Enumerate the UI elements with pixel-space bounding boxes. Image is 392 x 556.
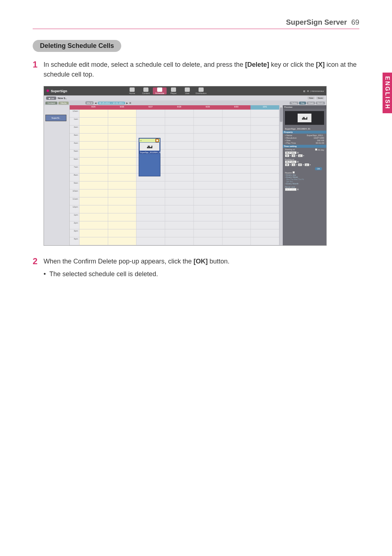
calendar-cell[interactable] xyxy=(250,118,279,125)
calendar-cell[interactable] xyxy=(136,229,165,237)
calendar-cell[interactable] xyxy=(108,221,136,229)
calendar-cell[interactable] xyxy=(165,181,193,189)
calendar-cell[interactable] xyxy=(250,197,279,205)
list-button[interactable]: ◀ List xyxy=(46,97,56,100)
calendar-cell[interactable] xyxy=(250,110,279,117)
hour-row[interactable]: 2pm xyxy=(70,221,279,229)
calendar-cell[interactable] xyxy=(250,158,279,165)
calendar-cell[interactable] xyxy=(165,173,193,181)
calendar-cell[interactable] xyxy=(108,189,136,197)
end-sec-select[interactable]: 00 xyxy=(298,163,302,166)
calendar-cell[interactable] xyxy=(250,237,279,245)
nav-home[interactable]: Home xyxy=(125,87,139,94)
hour-row[interactable]: 5am xyxy=(70,150,279,158)
start-min-select[interactable]: 00 xyxy=(291,154,296,157)
calendar-cell[interactable] xyxy=(250,173,279,181)
calendar-cell[interactable] xyxy=(108,126,136,133)
calendar-cell[interactable] xyxy=(250,126,279,133)
calendar-cell[interactable] xyxy=(108,173,136,181)
nav-content[interactable]: Content xyxy=(139,87,153,94)
calendar-cell[interactable] xyxy=(250,181,279,189)
notification-icon[interactable]: ◧ xyxy=(303,90,306,92)
calendar-cell[interactable] xyxy=(136,197,165,205)
calendar-cell[interactable] xyxy=(250,213,279,221)
calendar-cell[interactable] xyxy=(79,237,108,245)
calendar-cell[interactable] xyxy=(193,142,222,149)
calendar-picker-icon[interactable]: 🗓 xyxy=(297,152,299,154)
calendar-cell[interactable] xyxy=(250,221,279,229)
view-week[interactable]: Week xyxy=(307,102,315,105)
admin-label[interactable]: | Administrator xyxy=(310,90,324,92)
view-day[interactable]: Day xyxy=(299,102,306,105)
calendar-cell[interactable] xyxy=(222,142,251,149)
cal-col-2[interactable]: 9/27 xyxy=(136,105,165,110)
calendar-cell[interactable] xyxy=(108,197,136,205)
hour-row[interactable]: 4am xyxy=(70,142,279,150)
hour-row[interactable]: 6am xyxy=(70,158,279,165)
calendar-cell[interactable] xyxy=(136,126,165,133)
repeat-checkbox[interactable] xyxy=(293,171,295,173)
calendar-cell[interactable] xyxy=(193,173,222,181)
end-date-input[interactable]: 09-27-2011 xyxy=(285,160,297,163)
calendar-cell[interactable] xyxy=(136,221,165,229)
zoom-select[interactable]: 20x ▾ xyxy=(85,101,93,105)
calendar-scrollbar[interactable] xyxy=(279,105,283,245)
schedule-cell-header[interactable]: ≡ ▣ xyxy=(139,139,160,142)
repeat-every-month[interactable]: • Every Month xyxy=(285,183,324,185)
calendar-cell[interactable] xyxy=(222,173,251,181)
calendar-cell[interactable] xyxy=(193,126,222,133)
calendar-cell[interactable] xyxy=(165,150,193,157)
nav-distribution[interactable]: Distribution xyxy=(194,87,208,94)
calendar-cell[interactable] xyxy=(165,142,193,149)
calendar-cell[interactable] xyxy=(193,221,222,229)
schedule-cell[interactable]: ≡ ▣ ▟▙▟ SuperSign_20110924_01 xyxy=(139,138,160,176)
scrollbar-thumb[interactable] xyxy=(280,107,282,122)
calendar-cell[interactable] xyxy=(165,126,193,133)
cal-col-3[interactable]: 9/28 xyxy=(165,105,193,110)
calendar-cell[interactable] xyxy=(136,213,165,221)
nav-user[interactable]: User xyxy=(180,87,194,94)
calendar-cell[interactable] xyxy=(193,110,222,117)
calendar-cell[interactable] xyxy=(222,213,251,221)
calendar-cell[interactable] xyxy=(165,118,193,125)
start-hour-select[interactable]: 03 xyxy=(285,154,289,157)
calendar-cell[interactable] xyxy=(193,150,222,157)
calendar-cell[interactable] xyxy=(222,134,251,141)
calendar-cell[interactable] xyxy=(108,118,136,125)
calendar-cell[interactable] xyxy=(108,165,136,173)
view-today[interactable]: Today xyxy=(290,102,298,105)
calendar-cell[interactable] xyxy=(79,197,108,205)
calendar-cell[interactable] xyxy=(222,118,251,125)
calendar-cell[interactable] xyxy=(165,134,193,141)
calendar-cell[interactable] xyxy=(222,205,251,213)
calendar-cell[interactable] xyxy=(222,229,251,237)
calendar-cell[interactable] xyxy=(108,158,136,165)
calendar-cell[interactable] xyxy=(79,221,108,229)
calendar-cell[interactable] xyxy=(108,237,136,245)
ok-button[interactable]: OK xyxy=(315,167,322,170)
settings-icon[interactable]: ✿ xyxy=(307,90,309,92)
cal-col-5[interactable]: 9/30 xyxy=(222,105,251,110)
nav-player[interactable]: Player xyxy=(167,87,180,94)
calendar-cell[interactable] xyxy=(136,110,165,117)
calendar-cell[interactable] xyxy=(222,150,251,157)
hour-row[interactable]: 11am xyxy=(70,197,279,205)
hour-row[interactable]: 4pm xyxy=(70,237,279,245)
allday-checkbox[interactable] xyxy=(315,148,317,151)
calendar-cell[interactable] xyxy=(79,189,108,197)
calendar-cell[interactable] xyxy=(79,158,108,165)
calendar-cell[interactable] xyxy=(165,221,193,229)
calendar-cell[interactable] xyxy=(193,134,222,141)
prev-range-button[interactable]: ◀ xyxy=(95,102,97,104)
calendar-cell[interactable] xyxy=(193,197,222,205)
calendar-cell[interactable] xyxy=(79,229,108,237)
hour-row[interactable]: 12pm xyxy=(70,205,279,213)
endat-date-input[interactable]: 09-27-2011 xyxy=(285,188,297,191)
calendar-cell[interactable] xyxy=(250,189,279,197)
calendar-cell[interactable] xyxy=(250,142,279,149)
calendar-cell[interactable] xyxy=(79,134,108,141)
cal-col-0[interactable]: 9/25 xyxy=(79,105,108,110)
calendar-cell[interactable] xyxy=(136,118,165,125)
calendar-cell[interactable] xyxy=(165,110,193,117)
hour-row[interactable]: 1pm xyxy=(70,213,279,221)
